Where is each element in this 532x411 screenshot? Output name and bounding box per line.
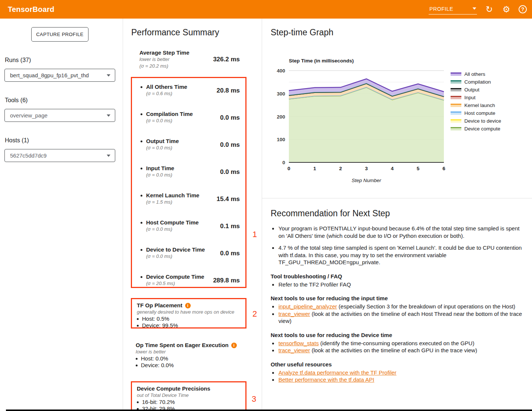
recommendation-item-text: input_pipeline_analyzer (especially Sect… bbox=[278, 303, 515, 310]
legend-label: Compilation bbox=[464, 79, 491, 85]
block-title: Device Compute Precisions bbox=[137, 385, 242, 392]
recommendation-link[interactable]: trace_viewer bbox=[278, 311, 310, 317]
recommendation-link[interactable]: tensorflow_stats bbox=[278, 340, 319, 346]
bullet-icon bbox=[137, 401, 139, 403]
bullet-icon bbox=[141, 222, 142, 224]
metric-label: Compilation Time bbox=[146, 111, 220, 117]
tools-dropdown-value: overview_page bbox=[10, 112, 48, 119]
block-item: Host: 0.0% bbox=[136, 355, 243, 362]
bullet-icon bbox=[272, 284, 274, 286]
legend-item: All others bbox=[451, 70, 501, 78]
metric-row: Input Time(σ = 0.0 ms)0.0 ms bbox=[141, 165, 240, 192]
metric-value: 0.0 ms bbox=[220, 138, 240, 152]
metric-label: Output Time bbox=[146, 138, 220, 145]
recommendation-item: Refer to the TF2 Profiler FAQ bbox=[271, 281, 527, 288]
average-step-time-value: 326.2 ms bbox=[213, 49, 240, 69]
refresh-icon[interactable]: ↻ bbox=[484, 5, 494, 14]
svg-text:400: 400 bbox=[277, 68, 285, 74]
bullet-icon bbox=[137, 325, 139, 327]
recommendation-item: trace_viewer (look at the activities on … bbox=[271, 310, 527, 325]
bullet-icon bbox=[137, 318, 139, 320]
legend-item: Host compute bbox=[451, 109, 501, 117]
metric-sigma: (σ = 0.0 ms) bbox=[146, 145, 220, 151]
svg-text:Step Number: Step Number bbox=[352, 178, 381, 183]
metric-row: All Others Time(σ = 0.6 ms)20.8 ms bbox=[141, 84, 240, 111]
metric-labels: Output Time(σ = 0.0 ms) bbox=[146, 138, 220, 151]
svg-text:Step Time (in milliseconds): Step Time (in milliseconds) bbox=[289, 58, 354, 64]
legend-item: Output bbox=[451, 86, 501, 94]
tools-label: Tools (6) bbox=[5, 97, 28, 104]
svg-text:3: 3 bbox=[365, 166, 368, 171]
performance-summary-panel: Performance Summary Average Step Time lo… bbox=[123, 19, 262, 411]
recommendation-item-text: Analyze tf.data performance with the TF … bbox=[278, 369, 396, 376]
block-item-text: Device: 0.0% bbox=[141, 362, 174, 369]
block-note: generally desired to have more ops on de… bbox=[137, 309, 242, 315]
app-header: TensorBoard PROFILE ↻ ⚙ ? bbox=[0, 0, 532, 19]
gear-icon[interactable]: ⚙ bbox=[502, 5, 511, 14]
block-item-text: Host: 0.5% bbox=[142, 315, 169, 322]
recommendation-link[interactable]: trace_viewer bbox=[278, 347, 310, 353]
metric-value: 0.0 ms bbox=[220, 111, 240, 125]
capture-profile-button[interactable]: CAPTURE PROFILE bbox=[31, 27, 88, 42]
bullet-icon bbox=[272, 247, 274, 249]
recommendation-item-text: Better performance with the tf.data API bbox=[278, 376, 374, 384]
recommendation-item: tensorflow_stats (identify the time-cons… bbox=[271, 340, 527, 347]
metric-value: 0.1 ms bbox=[220, 219, 240, 233]
section-divider bbox=[262, 198, 532, 198]
legend-swatch-all-others bbox=[451, 72, 461, 76]
bullet-icon bbox=[136, 365, 138, 366]
recommendation-link[interactable]: Better performance with the tf.data API bbox=[278, 376, 374, 383]
legend-label: All others bbox=[464, 71, 485, 77]
bullet-icon bbox=[136, 358, 138, 360]
legend-swatch-device-to-device bbox=[451, 119, 461, 123]
legend-swatch-device-compute bbox=[451, 127, 461, 130]
recommendation-item-text: tensorflow_stats (identify the time-cons… bbox=[278, 340, 474, 347]
block-note: lower is better bbox=[136, 349, 243, 355]
runs-dropdown[interactable]: bert_squad_8gpu_fp16_pvt_thd bbox=[4, 69, 115, 82]
annotation-box-3: Device Compute Precisionsout of Total De… bbox=[131, 381, 246, 411]
average-step-time: Average Step Time lower is better (σ = 2… bbox=[131, 49, 246, 69]
app-title: TensorBoard bbox=[8, 5, 54, 14]
legend-label: Output bbox=[464, 87, 480, 93]
caret-down-icon bbox=[107, 74, 110, 77]
tools-dropdown[interactable]: overview_page bbox=[4, 109, 115, 122]
legend-label: Input bbox=[464, 95, 475, 100]
legend-item: Compilation bbox=[451, 78, 501, 86]
recommendation-item: Better performance with the tf.data API bbox=[271, 376, 527, 384]
hosts-dropdown[interactable]: 5627c5dd7dc9 bbox=[4, 149, 115, 162]
metric-sigma: (σ = 0.6 ms) bbox=[146, 90, 217, 97]
metric-label: Input Time bbox=[146, 165, 220, 172]
help-icon[interactable]: ? bbox=[519, 5, 527, 13]
metric-labels: Device to Device Time(σ = 0.0 ms) bbox=[146, 246, 220, 260]
recommendation-link[interactable]: input_pipeline_analyzer bbox=[278, 303, 337, 310]
block-title: Op Time Spent on Eager Executioni bbox=[136, 342, 243, 349]
legend-label: Device to device bbox=[464, 118, 501, 124]
bullet-icon bbox=[272, 350, 274, 352]
hosts-dropdown-value: 5627c5dd7dc9 bbox=[10, 152, 46, 159]
caret-down-icon bbox=[473, 7, 476, 10]
recommendation-item: Analyze tf.data performance with the TF … bbox=[271, 369, 527, 376]
block-item-text: Device: 99.5% bbox=[142, 322, 178, 329]
annotation-box-2: TF Op Placementigenerally desired to hav… bbox=[131, 298, 246, 329]
svg-text:0: 0 bbox=[287, 166, 290, 171]
recommendation-subheading: Next tools to use for reducing the Devic… bbox=[271, 331, 527, 339]
metric-labels: Kernel Launch Time(σ = 1.5 ms) bbox=[146, 192, 217, 206]
bullet-icon bbox=[141, 249, 142, 251]
block-item-text: Host: 0.0% bbox=[141, 355, 168, 362]
metric-labels: Compilation Time(σ = 0.0 ms) bbox=[146, 111, 220, 124]
info-icon[interactable]: i bbox=[185, 303, 191, 308]
metric-labels: Host Compute Time(σ = 0.0 ms) bbox=[146, 219, 220, 233]
svg-text:300: 300 bbox=[277, 91, 285, 97]
metric-value: 0.0 ms bbox=[220, 246, 240, 260]
dashboard-select[interactable]: PROFILE bbox=[429, 4, 477, 14]
legend-swatch-kernel-launch bbox=[451, 104, 461, 107]
metric-row: Device to Device Time(σ = 0.0 ms)0.0 ms bbox=[141, 246, 240, 274]
recommendation-bullets: Your program is POTENTIALLY input-bound … bbox=[271, 225, 527, 266]
svg-text:0: 0 bbox=[282, 160, 285, 165]
recommendation-link[interactable]: Analyze tf.data performance with the TF … bbox=[278, 369, 396, 376]
block-item: Device: 0.0% bbox=[136, 362, 243, 369]
info-icon[interactable]: i bbox=[231, 343, 237, 348]
legend-item: Device to device bbox=[451, 117, 501, 125]
recommendation-subsections: Tool troubleshooting / FAQRefer to the T… bbox=[271, 273, 527, 384]
svg-text:5: 5 bbox=[417, 166, 420, 171]
